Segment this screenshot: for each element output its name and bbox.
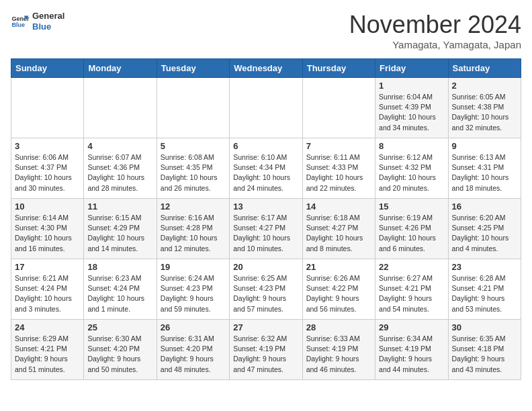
calendar-cell: 6Sunrise: 6:10 AM Sunset: 4:34 PM Daylig… xyxy=(230,138,302,199)
day-info: Sunrise: 6:28 AM Sunset: 4:21 PM Dayligh… xyxy=(452,273,517,314)
day-number: 21 xyxy=(306,262,371,272)
day-info: Sunrise: 6:14 AM Sunset: 4:30 PM Dayligh… xyxy=(15,213,80,254)
calendar-cell: 4Sunrise: 6:07 AM Sunset: 4:36 PM Daylig… xyxy=(84,138,157,199)
calendar-cell: 2Sunrise: 6:05 AM Sunset: 4:38 PM Daylig… xyxy=(448,78,521,138)
calendar-cell: 15Sunrise: 6:19 AM Sunset: 4:26 PM Dayli… xyxy=(375,199,448,259)
day-number: 15 xyxy=(379,201,444,212)
calendar-cell: 24Sunrise: 6:29 AM Sunset: 4:21 PM Dayli… xyxy=(11,320,84,380)
day-number: 7 xyxy=(306,141,371,151)
day-info: Sunrise: 6:08 AM Sunset: 4:35 PM Dayligh… xyxy=(161,152,226,193)
calendar-cell: 27Sunrise: 6:32 AM Sunset: 4:19 PM Dayli… xyxy=(230,320,302,380)
day-number: 1 xyxy=(379,81,444,91)
calendar-header-row: SundayMondayTuesdayWednesdayThursdayFrid… xyxy=(11,59,521,78)
calendar-cell: 17Sunrise: 6:21 AM Sunset: 4:24 PM Dayli… xyxy=(11,259,84,320)
calendar-cell xyxy=(302,78,375,138)
day-number: 5 xyxy=(161,141,226,151)
day-number: 13 xyxy=(233,201,298,212)
day-number: 23 xyxy=(452,262,517,272)
day-info: Sunrise: 6:33 AM Sunset: 4:19 PM Dayligh… xyxy=(306,334,371,375)
calendar-cell: 13Sunrise: 6:17 AM Sunset: 4:27 PM Dayli… xyxy=(230,199,302,259)
calendar-cell: 7Sunrise: 6:11 AM Sunset: 4:33 PM Daylig… xyxy=(302,138,375,199)
title-area: November 2024 Yamagata, Yamagata, Japan xyxy=(349,11,521,50)
day-info: Sunrise: 6:19 AM Sunset: 4:26 PM Dayligh… xyxy=(379,213,444,254)
calendar-cell: 29Sunrise: 6:34 AM Sunset: 4:19 PM Dayli… xyxy=(375,320,448,380)
day-number: 20 xyxy=(233,262,298,272)
day-number: 14 xyxy=(306,201,371,212)
day-number: 22 xyxy=(379,262,444,272)
calendar-cell: 21Sunrise: 6:26 AM Sunset: 4:22 PM Dayli… xyxy=(302,259,375,320)
calendar-cell: 19Sunrise: 6:24 AM Sunset: 4:23 PM Dayli… xyxy=(157,259,229,320)
day-info: Sunrise: 6:24 AM Sunset: 4:23 PM Dayligh… xyxy=(161,273,226,314)
day-number: 24 xyxy=(15,322,80,332)
day-number: 25 xyxy=(87,322,152,332)
day-info: Sunrise: 6:16 AM Sunset: 4:28 PM Dayligh… xyxy=(161,213,226,254)
day-number: 19 xyxy=(161,262,226,272)
day-info: Sunrise: 6:05 AM Sunset: 4:38 PM Dayligh… xyxy=(452,92,517,133)
header: General Blue General Blue November 2024 … xyxy=(11,11,521,50)
day-info: Sunrise: 6:18 AM Sunset: 4:27 PM Dayligh… xyxy=(306,213,371,254)
calendar-cell: 1Sunrise: 6:04 AM Sunset: 4:39 PM Daylig… xyxy=(375,78,448,138)
header-cell-thursday: Thursday xyxy=(302,59,375,78)
calendar-cell: 11Sunrise: 6:15 AM Sunset: 4:29 PM Dayli… xyxy=(84,199,157,259)
day-number: 9 xyxy=(452,141,517,151)
day-number: 17 xyxy=(15,262,80,272)
day-number: 27 xyxy=(233,322,298,332)
day-number: 29 xyxy=(379,322,444,332)
day-number: 3 xyxy=(15,141,80,151)
calendar-cell xyxy=(84,78,157,138)
calendar-cell: 23Sunrise: 6:28 AM Sunset: 4:21 PM Dayli… xyxy=(448,259,521,320)
day-info: Sunrise: 6:25 AM Sunset: 4:23 PM Dayligh… xyxy=(233,273,298,314)
header-cell-saturday: Saturday xyxy=(448,59,521,78)
calendar-cell: 25Sunrise: 6:30 AM Sunset: 4:20 PM Dayli… xyxy=(84,320,157,380)
day-number: 4 xyxy=(87,141,152,151)
day-number: 26 xyxy=(161,322,226,332)
location: Yamagata, Yamagata, Japan xyxy=(349,39,521,50)
day-info: Sunrise: 6:12 AM Sunset: 4:32 PM Dayligh… xyxy=(379,152,444,193)
day-info: Sunrise: 6:13 AM Sunset: 4:31 PM Dayligh… xyxy=(452,152,517,193)
calendar-week-row: 17Sunrise: 6:21 AM Sunset: 4:24 PM Dayli… xyxy=(11,259,521,320)
day-info: Sunrise: 6:07 AM Sunset: 4:36 PM Dayligh… xyxy=(87,152,152,193)
calendar-cell: 12Sunrise: 6:16 AM Sunset: 4:28 PM Dayli… xyxy=(157,199,229,259)
day-number: 28 xyxy=(306,322,371,332)
calendar-cell xyxy=(11,78,84,138)
day-number: 10 xyxy=(15,201,80,212)
calendar-cell: 3Sunrise: 6:06 AM Sunset: 4:37 PM Daylig… xyxy=(11,138,84,199)
header-cell-wednesday: Wednesday xyxy=(230,59,302,78)
day-number: 6 xyxy=(233,141,298,151)
day-info: Sunrise: 6:30 AM Sunset: 4:20 PM Dayligh… xyxy=(87,334,152,375)
day-info: Sunrise: 6:20 AM Sunset: 4:25 PM Dayligh… xyxy=(452,213,517,254)
logo: General Blue General Blue xyxy=(11,11,64,32)
calendar-week-row: 1Sunrise: 6:04 AM Sunset: 4:39 PM Daylig… xyxy=(11,78,521,138)
day-info: Sunrise: 6:11 AM Sunset: 4:33 PM Dayligh… xyxy=(306,152,371,193)
calendar-week-row: 24Sunrise: 6:29 AM Sunset: 4:21 PM Dayli… xyxy=(11,320,521,380)
day-info: Sunrise: 6:34 AM Sunset: 4:19 PM Dayligh… xyxy=(379,334,444,375)
day-info: Sunrise: 6:29 AM Sunset: 4:21 PM Dayligh… xyxy=(15,334,80,375)
day-info: Sunrise: 6:15 AM Sunset: 4:29 PM Dayligh… xyxy=(87,213,152,254)
calendar-cell: 16Sunrise: 6:20 AM Sunset: 4:25 PM Dayli… xyxy=(448,199,521,259)
calendar-cell: 22Sunrise: 6:27 AM Sunset: 4:21 PM Dayli… xyxy=(375,259,448,320)
month-title: November 2024 xyxy=(349,11,521,39)
calendar-cell: 26Sunrise: 6:31 AM Sunset: 4:20 PM Dayli… xyxy=(157,320,229,380)
day-info: Sunrise: 6:10 AM Sunset: 4:34 PM Dayligh… xyxy=(233,152,298,193)
calendar-cell: 14Sunrise: 6:18 AM Sunset: 4:27 PM Dayli… xyxy=(302,199,375,259)
day-info: Sunrise: 6:21 AM Sunset: 4:24 PM Dayligh… xyxy=(15,273,80,314)
calendar-cell: 8Sunrise: 6:12 AM Sunset: 4:32 PM Daylig… xyxy=(375,138,448,199)
day-info: Sunrise: 6:04 AM Sunset: 4:39 PM Dayligh… xyxy=(379,92,444,133)
calendar-cell xyxy=(230,78,302,138)
calendar-cell: 28Sunrise: 6:33 AM Sunset: 4:19 PM Dayli… xyxy=(302,320,375,380)
header-cell-monday: Monday xyxy=(84,59,157,78)
day-info: Sunrise: 6:23 AM Sunset: 4:24 PM Dayligh… xyxy=(87,273,152,314)
day-info: Sunrise: 6:32 AM Sunset: 4:19 PM Dayligh… xyxy=(233,334,298,375)
logo-general: General xyxy=(32,11,64,21)
day-number: 30 xyxy=(452,322,517,332)
calendar-cell: 9Sunrise: 6:13 AM Sunset: 4:31 PM Daylig… xyxy=(448,138,521,199)
day-info: Sunrise: 6:06 AM Sunset: 4:37 PM Dayligh… xyxy=(15,152,80,193)
calendar-cell: 20Sunrise: 6:25 AM Sunset: 4:23 PM Dayli… xyxy=(230,259,302,320)
day-number: 16 xyxy=(452,201,517,212)
day-number: 18 xyxy=(87,262,152,272)
day-info: Sunrise: 6:35 AM Sunset: 4:18 PM Dayligh… xyxy=(452,334,517,375)
logo-icon: General Blue xyxy=(11,12,30,31)
header-cell-sunday: Sunday xyxy=(11,59,84,78)
calendar-week-row: 3Sunrise: 6:06 AM Sunset: 4:37 PM Daylig… xyxy=(11,138,521,199)
calendar-cell: 5Sunrise: 6:08 AM Sunset: 4:35 PM Daylig… xyxy=(157,138,229,199)
